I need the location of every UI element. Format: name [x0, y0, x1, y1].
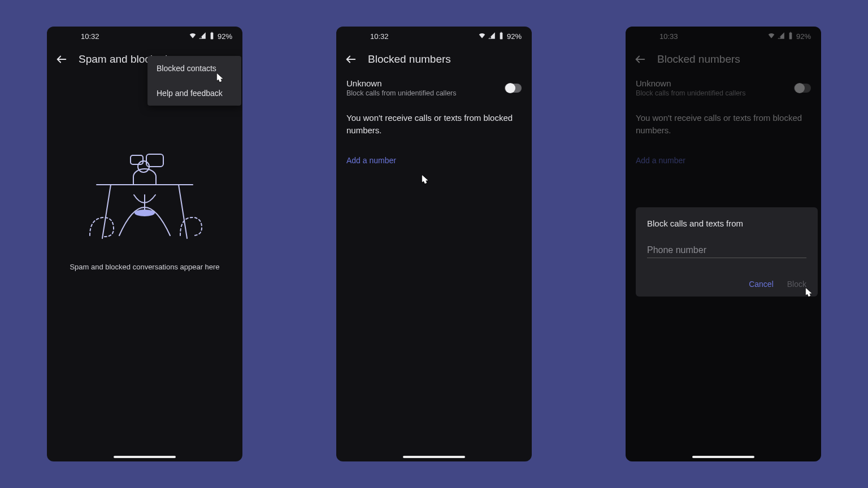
battery-icon — [208, 32, 216, 41]
setting-subtitle: Block calls from unidentified callers — [346, 89, 457, 97]
back-button[interactable] — [344, 53, 358, 66]
blocked-info-text: You won't receive calls or texts from bl… — [336, 97, 532, 137]
svg-line-3 — [179, 185, 187, 238]
add-number-link[interactable]: Add a number — [336, 137, 532, 165]
gesture-nav-bar[interactable] — [692, 456, 754, 458]
svg-line-2 — [102, 185, 111, 238]
dialog-actions: Cancel Block — [647, 280, 806, 289]
empty-state-illustration — [80, 151, 210, 247]
block-button[interactable]: Block — [787, 280, 806, 289]
battery-icon — [497, 32, 505, 41]
status-battery: 92% — [507, 32, 522, 41]
status-bar: 10:32 92% — [47, 27, 242, 46]
svg-rect-7 — [131, 155, 143, 164]
back-button[interactable] — [55, 53, 68, 66]
gesture-nav-bar[interactable] — [114, 456, 176, 458]
phone-screen-2: 10:32 92% Blocked numbers Unknown Block … — [336, 27, 532, 461]
signal-icon — [198, 32, 206, 41]
page-title: Blocked numbers — [368, 53, 451, 66]
phone-screen-3: 10:33 92% Blocked numbers Unknown Block … — [626, 27, 821, 461]
status-time: 10:32 — [81, 32, 99, 41]
status-bar: 10:32 92% — [336, 27, 532, 46]
status-battery: 92% — [218, 32, 232, 41]
wifi-icon — [189, 32, 197, 41]
signal-icon — [488, 32, 496, 41]
status-time: 10:32 — [370, 32, 389, 41]
status-right: 92% — [189, 32, 232, 41]
phone-screen-1: 10:32 92% Spam and blocked — [47, 27, 242, 461]
setting-title: Unknown — [346, 79, 457, 88]
unknown-toggle[interactable] — [505, 84, 522, 93]
menu-item-help-feedback[interactable]: Help and feedback — [147, 81, 241, 106]
overflow-menu: Blocked contacts Help and feedback — [147, 56, 241, 106]
setting-row-unknown[interactable]: Unknown Block calls from unidentified ca… — [336, 72, 532, 97]
wifi-icon — [478, 32, 486, 41]
status-right: 92% — [478, 32, 522, 41]
svg-point-5 — [134, 210, 155, 216]
gesture-nav-bar[interactable] — [403, 456, 465, 458]
dialog-title: Block calls and texts from — [647, 219, 806, 228]
cancel-button[interactable]: Cancel — [749, 280, 774, 289]
phone-number-input[interactable] — [647, 243, 806, 258]
empty-state: Spam and blocked conversations appear he… — [47, 151, 242, 271]
pointer-cursor-icon — [418, 175, 431, 187]
block-number-dialog: Block calls and texts from Cancel Block — [636, 207, 818, 297]
app-bar: Blocked numbers — [336, 46, 532, 72]
empty-state-text: Spam and blocked conversations appear he… — [70, 263, 219, 271]
menu-item-blocked-contacts[interactable]: Blocked contacts — [147, 56, 241, 81]
